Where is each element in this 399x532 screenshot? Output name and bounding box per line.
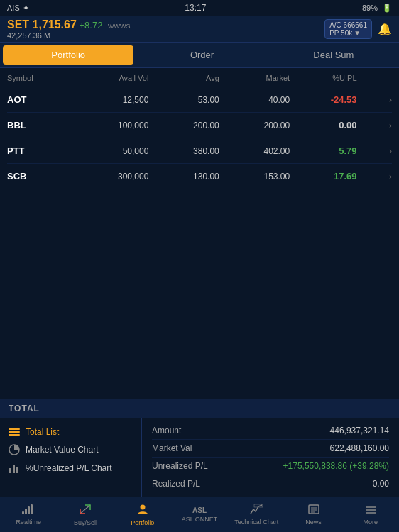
total-list-item[interactable]: Total List: [9, 423, 133, 440]
summary-row-realized: Realized P/L 0.00: [152, 475, 389, 492]
header: SET 1,715.67 +8.72 WWWS 42,257.36 M A/C …: [0, 16, 399, 43]
chevron-aot[interactable]: ›: [378, 94, 392, 105]
time-label: 13:17: [185, 3, 206, 13]
portfolio-nav-label: Portfolio: [131, 519, 154, 526]
pnl-ptt: 5.79: [311, 145, 357, 156]
total-left: Total List Market Value Chart: [0, 418, 142, 497]
svg-point-9: [140, 504, 145, 509]
col-header-avail: Avail Vol: [84, 74, 148, 82]
nav-portfolio[interactable]: Portfolio: [114, 504, 171, 526]
svg-rect-3: [16, 467, 18, 473]
svg-rect-7: [31, 504, 33, 514]
set-index-label: SET: [7, 18, 33, 31]
table-row[interactable]: BBL 100,000 200.00 200.00 0.00 ›: [7, 113, 392, 138]
technical-chart-label: Technical Chart: [234, 519, 278, 526]
header-sublabel: WWWS: [108, 23, 131, 30]
wifi-icon: ✦: [23, 4, 29, 13]
pnl-bbl: 0.00: [311, 120, 357, 131]
more-icon: [365, 504, 376, 517]
tab-dealsum[interactable]: Deal Sum: [268, 43, 399, 67]
avail-aot: 12,500: [84, 95, 148, 105]
buysell-label: Buy/Sell: [74, 519, 97, 526]
total-section: TOTAL Total List: [0, 399, 399, 497]
dropdown-icon[interactable]: ▼: [354, 29, 361, 37]
table-row[interactable]: AOT 12,500 53.00 40.00 -24.53 ›: [7, 87, 392, 113]
tab-portfolio[interactable]: Portfolio: [3, 45, 133, 65]
symbol-bbl: BBL: [7, 120, 64, 131]
set-price: 1,715.67: [33, 18, 77, 31]
summary-row-unrealized: Unrealized P/L +175,550,838.86 (+39.28%): [152, 458, 389, 475]
chevron-bbl[interactable]: ›: [378, 120, 392, 131]
hamburger-icon: [9, 428, 20, 436]
battery-label: 89%: [362, 4, 378, 12]
col-header-avg: Avg: [170, 74, 219, 82]
avg-bbl: 200.00: [170, 121, 219, 131]
svg-rect-2: [13, 465, 15, 473]
chevron-scb[interactable]: ›: [378, 171, 392, 182]
table-header: Symbol Avail Vol Avg Market %U.PL: [7, 68, 392, 87]
nav-realtime[interactable]: Realtime: [0, 504, 57, 526]
symbol-scb: SCB: [7, 171, 64, 182]
svg-rect-4: [22, 511, 24, 514]
tab-bar: Portfolio Order Deal Sum: [0, 43, 399, 68]
chevron-ptt[interactable]: ›: [378, 145, 392, 156]
network-label: AIS: [7, 4, 20, 12]
buysell-icon: [79, 504, 92, 518]
market-ptt: 402.00: [240, 146, 290, 156]
total-header: TOTAL: [0, 399, 399, 418]
market-scb: 153.00: [240, 172, 290, 182]
avail-bbl: 100,000: [84, 121, 148, 131]
col-header-symbol: Symbol: [7, 74, 64, 82]
svg-line-8: [80, 505, 90, 514]
market-value-chart-item[interactable]: Market Value Chart: [9, 440, 133, 459]
asl-label: ASL ONNET: [182, 516, 218, 523]
set-volume: 42,257.36 M: [7, 31, 131, 40]
summary-row-marketval: Market Val 622,488,160.00: [152, 440, 389, 458]
pp-label: PP 50k: [329, 29, 352, 37]
market-value-label: Market Value Chart: [26, 445, 99, 455]
avg-aot: 53.00: [170, 95, 219, 105]
tab-order[interactable]: Order: [136, 43, 268, 67]
bar-chart-icon: [9, 462, 20, 474]
nav-asl-onnet[interactable]: ASL ASL ONNET: [171, 506, 228, 523]
bell-icon[interactable]: 🔔: [378, 22, 392, 35]
nav-news[interactable]: News: [285, 504, 341, 526]
pnl-chart-item[interactable]: %Unrealized P/L Chart: [9, 459, 133, 477]
set-change: +8.72: [79, 20, 102, 31]
table-row[interactable]: PTT 50,000 380.00 402.00 5.79 ›: [7, 138, 392, 164]
summary-row-amount: Amount 446,937,321.14: [152, 422, 389, 440]
nav-buysell[interactable]: Buy/Sell: [57, 504, 114, 526]
pnl-aot: -24.53: [311, 94, 357, 105]
nav-technical-chart[interactable]: Technical Chart: [228, 504, 285, 526]
realtime-icon: [22, 504, 35, 517]
portfolio-nav-icon: [137, 504, 148, 518]
svg-rect-6: [28, 506, 30, 514]
total-list-label: Total List: [26, 427, 59, 437]
svg-rect-5: [25, 509, 27, 514]
account-number: A/C 666661: [329, 21, 367, 29]
total-content: Total List Market Value Chart: [0, 418, 399, 497]
asl-icon: ASL: [192, 506, 207, 514]
portfolio-table: Symbol Avail Vol Avg Market %U.PL AOT 12…: [0, 68, 399, 189]
table-row[interactable]: SCB 300,000 130.00 153.00 17.69 ›: [7, 164, 392, 189]
news-label: News: [305, 519, 322, 526]
market-bbl: 200.00: [240, 121, 290, 131]
avail-ptt: 50,000: [84, 146, 148, 156]
pnl-scb: 17.69: [311, 171, 357, 182]
symbol-ptt: PTT: [7, 145, 64, 156]
account-box[interactable]: A/C 666661 PP 50k ▼: [324, 19, 372, 39]
realtime-label: Realtime: [16, 519, 41, 526]
status-bar: AIS ✦ 13:17 89% 🔋: [0, 0, 399, 16]
avg-scb: 130.00: [170, 172, 219, 182]
news-icon: [308, 504, 319, 517]
pnl-chart-label: %Unrealized P/L Chart: [26, 463, 112, 473]
symbol-aot: AOT: [7, 94, 64, 105]
nav-more[interactable]: More: [342, 504, 399, 526]
avail-scb: 300,000: [84, 172, 148, 182]
market-aot: 40.00: [240, 95, 290, 105]
col-header-pnl: %U.PL: [311, 74, 357, 82]
more-label: More: [364, 519, 378, 526]
battery-icon: 🔋: [382, 4, 392, 13]
bottom-nav: Realtime Buy/Sell Portfolio ASL ASL ONNE…: [0, 497, 399, 532]
avg-ptt: 380.00: [170, 146, 219, 156]
